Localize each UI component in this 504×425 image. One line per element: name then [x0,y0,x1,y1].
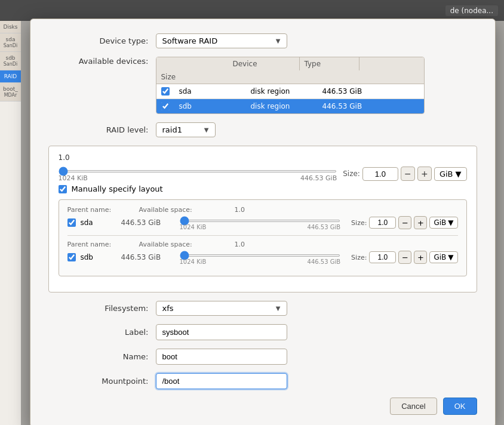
layout-device-sdb-main: sdb 446.53 GiB 1024 KiB 446.53 GiB [67,250,458,265]
raid-level-control: raid1 ▼ [156,122,477,137]
layout-unit-sdb[interactable]: GiB ▼ [429,251,457,263]
col-type: Type [300,57,359,70]
device-type-row: Device type: Software RAID ▼ [48,33,477,48]
size-input-group: Size: − + GiB ▼ [343,167,466,181]
size-number-input[interactable] [362,167,398,181]
layout-slider-sdb: 1024 KiB 446.53 GiB [180,250,341,265]
label-input[interactable] [156,324,287,340]
filesystem-value: xfs [162,304,174,313]
filesystem-arrow-icon: ▼ [276,305,281,312]
layout-increase-sdb[interactable]: + [414,251,427,264]
layout-device-avail-sda: 446.53 GiB [121,218,175,227]
size-slider-container: 1024 KiB 446.53 GiB [59,165,337,182]
layout-unit-arrow-sda-icon: ▼ [448,218,453,227]
sidebar-item-raid[interactable]: RAID [0,70,21,83]
layout-size-label-sda: Size: [351,219,367,227]
checkbox-sdb[interactable] [161,102,170,110]
available-space-label-sdb: Available space: [139,241,235,248]
layout-device-sdb-row: Parent name: Available space: 1.0 sdb 44… [67,241,458,265]
manual-layout-label: Manually specify layout [72,184,163,193]
layout-device-avail-sdb: 446.53 GiB [121,253,175,261]
label-row: Label: [48,324,477,340]
layout-device-name-sda: sda [81,218,116,227]
mountpoint-row: Mountpoint: [48,373,477,389]
layout-size-controls-sdb: Size: − + GiB ▼ [351,251,457,264]
dialog-overlay: Device type: Software RAID ▼ Available d… [21,21,504,425]
layout-checkbox-sda[interactable] [67,218,76,227]
size-unit-dropdown[interactable]: GiB ▼ [434,167,467,181]
device-type-sdb: disk region [246,99,318,113]
layout-checkbox-sdb[interactable] [67,253,76,261]
layout-device-sda-row: Parent name: Available space: 1.0 sda 44… [67,206,458,230]
mountpoint-control [156,373,477,389]
device-type-label: Device type: [48,36,156,45]
device-type-dropdown[interactable]: Software RAID ▼ [156,33,287,48]
col-device: Device [228,57,300,70]
raid-dropdown-arrow-icon: ▼ [204,127,209,133]
sidebar-item-sda[interactable]: sdaSanDi [0,33,21,52]
ok-button[interactable]: OK [443,398,477,415]
size-decrease-button[interactable]: − [401,167,415,181]
dropdown-arrow-icon: ▼ [276,38,281,44]
filesystem-dropdown[interactable]: xfs ▼ [156,301,287,316]
mountpoint-label: Mountpoint: [48,377,156,386]
layout-divider [67,235,458,236]
raid-level-row: RAID level: raid1 ▼ [48,122,477,137]
layout-size-input-sda[interactable] [369,217,396,229]
col-size: Size [156,70,228,84]
available-devices-label: Available devices: [48,57,156,66]
layout-unit-sda[interactable]: GiB ▼ [429,217,457,229]
name-row: Name: [48,349,477,365]
name-input[interactable] [156,349,287,365]
raid-level-dropdown[interactable]: raid1 ▼ [156,122,216,137]
device-checkbox-sda[interactable] [156,85,174,98]
parent-name-label-sdb: Parent name: [67,241,139,248]
layout-increase-sda[interactable]: + [414,216,427,229]
device-size-sdb: 446.53 GiB [318,99,377,113]
available-devices-row: Available devices: Device Type Size sd [48,57,477,114]
filesystem-row: Filesystem: xfs ▼ [48,301,477,316]
cancel-button[interactable]: Cancel [390,398,437,415]
layout-range-sdb[interactable] [180,254,341,257]
sidebar-item-sdb[interactable]: sdbSanDi [0,52,21,70]
device-checkbox-sdb[interactable] [156,100,174,113]
layout-decrease-sda[interactable]: − [398,216,411,229]
manual-layout-checkbox[interactable] [59,185,67,193]
mountpoint-input[interactable] [156,373,287,389]
label-field-label: Label: [48,328,156,337]
available-devices-control: Device Type Size sda disk region 446.53 … [156,57,477,114]
layout-device-name-sdb: sdb [81,253,116,261]
slider-max-label: 446.53 GiB [300,174,337,182]
filesystem-label: Filesystem: [48,304,156,313]
layout-range-sda[interactable] [180,220,341,222]
table-row[interactable]: sdb disk region 446.53 GiB [156,99,424,113]
checkbox-sda[interactable] [161,87,170,96]
layout-unit-value-sda: GiB [434,218,446,227]
layout-size-input-sdb[interactable] [369,251,396,263]
device-type-sda: disk region [246,84,318,98]
layout-unit-value-sdb: GiB [434,253,446,261]
layout-decrease-sdb[interactable]: − [398,251,411,264]
devices-table: Device Type Size sda disk region 446.53 … [156,57,425,114]
top-bar: de (nodea... [0,0,504,21]
layout-info-sdb: Parent name: Available space: 1.0 [67,241,458,248]
slider-value-label-sdb: 1.0 [235,241,458,248]
size-slider[interactable] [59,170,337,173]
layout-max-sdb: 446.53 GiB [308,258,341,265]
layout-max-sda: 446.53 GiB [308,224,341,230]
size-increase-button[interactable]: + [417,167,432,181]
table-row: sda disk region 446.53 GiB [156,84,424,99]
size-unit-arrow-icon: ▼ [456,170,462,178]
layout-box: Parent name: Available space: 1.0 sda 44… [59,199,467,276]
table-header: Device Type Size [156,57,424,84]
sidebar: Disks sdaSanDi sdbSanDi RAID boot_MDAr [0,21,21,101]
manual-layout-row: Manually specify layout [59,184,467,193]
layout-size-label-sdb: Size: [351,254,367,261]
layout-slider-sda: 1024 KiB 446.53 GiB [180,215,341,230]
layout-min-sdb: 1024 KiB [180,258,207,265]
device-size-sda: 446.53 GiB [318,84,377,98]
available-space-label-sda: Available space: [139,206,235,214]
sidebar-item-disks[interactable]: Disks [0,21,21,33]
dialog-buttons: Cancel OK [48,398,477,415]
sidebar-item-boot[interactable]: boot_MDAr [0,83,21,101]
